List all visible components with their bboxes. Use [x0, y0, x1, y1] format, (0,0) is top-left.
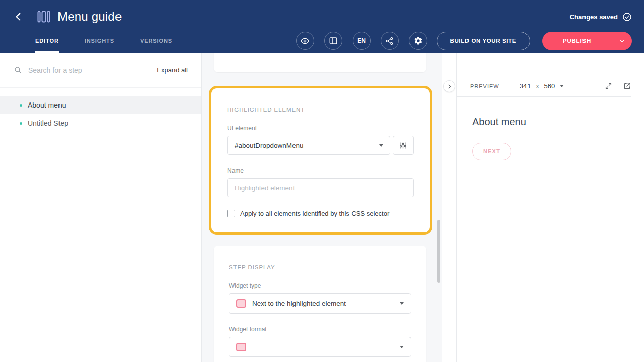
preview-height-value: 560	[544, 82, 555, 90]
collapse-preview-button[interactable]	[443, 80, 455, 92]
publish-button-group: PUBLISH	[542, 32, 632, 50]
chevron-right-icon	[446, 83, 453, 90]
chevron-down-icon	[560, 85, 564, 87]
eye-icon	[300, 36, 310, 46]
previous-card-partial	[214, 53, 426, 72]
ui-element-value: #aboutDropdownMenu	[235, 142, 304, 149]
highlighted-element-card: HIGHLIGHTED ELEMENT UI element #aboutDro…	[209, 86, 432, 235]
editor-tabs: EDITOR INSIGHTS VERSIONS	[35, 29, 172, 53]
page-title: Menu guide	[57, 10, 122, 24]
changes-saved-status: Changes saved	[570, 12, 632, 22]
search-icon	[14, 66, 22, 74]
share-icon	[385, 37, 394, 45]
step-label: About menu	[28, 101, 66, 109]
build-on-your-site-button[interactable]: BUILD ON YOUR SITE	[437, 32, 530, 50]
check-circle-icon	[622, 12, 632, 22]
steps-sidebar: Expand all About menu Untitled Step	[0, 53, 202, 362]
publish-button[interactable]: PUBLISH	[542, 32, 612, 50]
share-button[interactable]	[381, 32, 399, 50]
tooltip-widget-icon	[236, 343, 246, 351]
widget-type-label: Widget type	[229, 282, 411, 289]
step-status-dot	[20, 104, 22, 107]
widget-format-label: Widget format	[229, 326, 411, 333]
step-display-card: STEP DISPLAY Widget type Next to the hig…	[214, 246, 426, 362]
ui-element-label: UI element	[227, 125, 414, 132]
selector-settings-button[interactable]	[393, 136, 414, 155]
preview-body: About menu NEXT	[457, 97, 644, 160]
layout-panel-button[interactable]	[324, 32, 342, 50]
settings-button[interactable]	[409, 32, 427, 50]
widget-type-select[interactable]: Next to the highlighted element	[229, 293, 411, 314]
tab-editor[interactable]: EDITOR	[35, 29, 59, 53]
app-logo-icon	[37, 10, 50, 23]
step-editor-panel: HIGHLIGHTED ELEMENT UI element #aboutDro…	[202, 53, 442, 362]
preview-panel: PREVIEW 341 x 560	[456, 53, 644, 362]
step-item-about-menu[interactable]: About menu	[0, 96, 201, 114]
tab-insights[interactable]: INSIGHTS	[85, 29, 114, 53]
widget-type-value: Next to the highlighted element	[252, 300, 346, 307]
changes-saved-label: Changes saved	[570, 13, 618, 21]
chevron-down-icon	[619, 38, 625, 44]
expand-all-link[interactable]: Expand all	[157, 66, 188, 74]
board-icon	[329, 36, 338, 45]
preview-next-button[interactable]: NEXT	[472, 143, 511, 160]
open-in-new-window-button[interactable]	[623, 82, 631, 90]
expand-preview-button[interactable]	[605, 82, 612, 90]
chevron-down-icon	[379, 144, 383, 147]
tooltip-widget-icon	[236, 299, 246, 308]
chevron-down-icon	[400, 346, 404, 348]
apply-all-label: Apply to all elements identified by this…	[240, 210, 389, 217]
search-step-input[interactable]	[28, 66, 157, 74]
section-title: HIGHLIGHTED ELEMENT	[227, 107, 414, 113]
step-label: Untitled Step	[28, 119, 68, 127]
preview-size-dropdown[interactable]: 341 x 560	[520, 82, 564, 90]
step-status-dot	[20, 122, 22, 125]
preview-size-separator: x	[536, 83, 539, 90]
panel-gap	[442, 53, 456, 362]
topbar: Menu guide Changes saved EDITOR INSIGHTS…	[0, 0, 644, 53]
preview-eye-button[interactable]	[296, 32, 314, 50]
preview-step-heading: About menu	[472, 116, 629, 128]
chevron-left-icon	[13, 11, 24, 22]
topbar-actions: EN	[296, 32, 427, 50]
widget-format-select[interactable]	[229, 337, 411, 357]
section-title: STEP DISPLAY	[229, 264, 411, 270]
editor-scrollbar-thumb[interactable]	[437, 220, 440, 283]
tune-icon	[399, 141, 407, 150]
step-search-row: Expand all	[0, 53, 201, 88]
ui-element-select[interactable]: #aboutDropdownMenu	[227, 136, 390, 155]
name-label: Name	[227, 167, 414, 174]
back-button[interactable]	[12, 10, 25, 23]
highlighted-element-name-input[interactable]	[227, 178, 414, 197]
external-link-icon	[623, 82, 631, 90]
step-item-untitled-step[interactable]: Untitled Step	[0, 114, 201, 132]
preview-header: PREVIEW 341 x 560	[457, 76, 631, 97]
preview-title: PREVIEW	[470, 83, 499, 89]
language-button[interactable]: EN	[353, 32, 371, 50]
step-list: About menu Untitled Step	[0, 88, 201, 132]
chevron-down-icon	[400, 302, 404, 305]
preview-width-value: 341	[520, 82, 531, 90]
publish-dropdown-button[interactable]	[612, 32, 632, 50]
tab-versions[interactable]: VERSIONS	[140, 29, 172, 53]
apply-all-checkbox[interactable]	[227, 210, 235, 217]
expand-icon	[605, 82, 612, 90]
gear-icon	[414, 36, 423, 45]
